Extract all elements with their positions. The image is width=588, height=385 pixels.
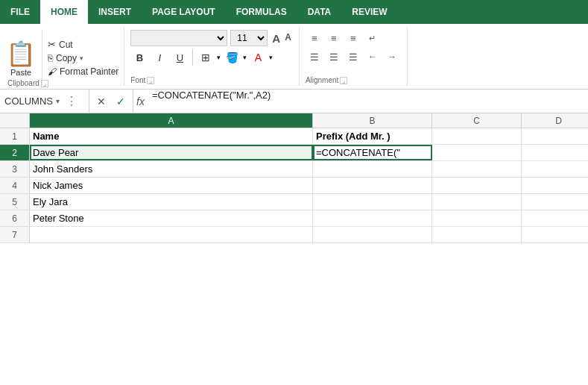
cell-C5[interactable] <box>432 194 522 210</box>
bold-button[interactable]: B <box>130 49 148 66</box>
row-num-4: 4 <box>0 178 30 193</box>
cell-B3[interactable] <box>313 161 432 177</box>
table-row: 4 Nick James <box>0 178 588 194</box>
row-num-7: 7 <box>0 227 30 242</box>
decrease-font-button[interactable]: A <box>283 32 293 45</box>
tab-insert[interactable]: INSERT <box>88 0 142 24</box>
row-num-5: 5 <box>0 194 30 210</box>
cell-D2[interactable] <box>522 145 588 160</box>
align-bottom-button[interactable]: ≡ <box>344 30 362 46</box>
cell-A2[interactable]: Dave Pear <box>30 145 313 160</box>
formula-text: =CONCATENATE("Mr.",A2) <box>152 90 271 101</box>
cell-B6[interactable] <box>313 210 432 226</box>
fill-dropdown[interactable]: ▾ <box>243 54 247 61</box>
copy-button[interactable]: ⎘ Copy ▾ <box>45 52 121 64</box>
cell-C2[interactable] <box>432 145 522 160</box>
italic-button[interactable]: I <box>151 49 168 66</box>
col-header-C[interactable]: C <box>432 113 522 128</box>
cell-B1[interactable]: Prefix (Add Mr. ) <box>313 128 432 144</box>
cancel-button[interactable]: ✕ <box>94 94 109 109</box>
col-header-D[interactable]: D <box>522 113 588 128</box>
cell-A5[interactable]: Ely Jara <box>30 194 313 210</box>
name-box-dropdown-arrow[interactable]: ▾ <box>56 97 60 105</box>
align-left-button[interactable]: ☰ <box>306 48 323 65</box>
formula-input[interactable]: =CONCATENATE("Mr.",A2) <box>148 90 588 113</box>
cell-C4[interactable] <box>432 178 522 193</box>
cell-A1[interactable]: Name <box>30 128 313 144</box>
cut-button[interactable]: ✂ Cut <box>45 38 121 51</box>
font-group: 11 A A B I U ⊞ ▾ 🪣 ▾ A ▾ Font <box>124 27 300 86</box>
cell-C1[interactable] <box>432 128 522 144</box>
cell-A4[interactable]: Nick James <box>30 178 313 193</box>
paste-button[interactable]: 📋 Paste <box>0 30 42 86</box>
align-right-button[interactable]: ☰ <box>344 48 362 65</box>
font-color-button[interactable]: A <box>249 49 267 66</box>
cell-C7[interactable] <box>432 227 522 242</box>
row-num-header <box>0 113 30 128</box>
cell-B7[interactable] <box>313 227 432 242</box>
alignment-dialog-icon[interactable]: ⌟ <box>340 77 347 84</box>
borders-button[interactable]: ⊞ <box>197 49 215 66</box>
tab-file[interactable]: FILE <box>0 0 40 24</box>
increase-indent-button[interactable]: → <box>383 48 401 65</box>
clipboard-group: 📋 Paste ✂ Cut ⎘ Copy ▾ 🖌 Format Painter <box>0 27 124 86</box>
cell-C3[interactable] <box>432 161 522 177</box>
cell-D1[interactable] <box>522 128 588 144</box>
font-bottom-row: B I U ⊞ ▾ 🪣 ▾ A ▾ <box>130 49 293 66</box>
cell-B2[interactable]: =CONCATENATE(" CONCATENATE(text1, [text2… <box>313 145 432 160</box>
font-group-label-container: Font ⌟ <box>130 76 154 84</box>
tab-data[interactable]: DATA <box>297 0 342 24</box>
cell-D5[interactable] <box>522 194 588 210</box>
format-painter-button[interactable]: 🖌 Format Painter <box>45 66 121 78</box>
column-headers: A B C D <box>0 113 588 128</box>
cell-D6[interactable] <box>522 210 588 226</box>
cell-A3[interactable]: John Sanders <box>30 161 313 177</box>
borders-dropdown[interactable]: ▾ <box>217 54 221 61</box>
copy-label: Copy <box>56 53 77 63</box>
table-row: 1 Name Prefix (Add Mr. ) <box>0 128 588 145</box>
tab-formulas[interactable]: FORMULAS <box>226 0 297 24</box>
cell-D3[interactable] <box>522 161 588 177</box>
table-row: 2 Dave Pear =CONCATENATE(" CONCATENATE(t… <box>0 145 588 161</box>
decrease-indent-button[interactable]: ← <box>364 48 382 65</box>
clipboard-dialog-icon[interactable]: ⌟ <box>41 80 48 87</box>
cell-D7[interactable] <box>522 227 588 242</box>
cell-B4[interactable] <box>313 178 432 193</box>
ribbon-tabs: FILE HOME INSERT PAGE LAYOUT FORMULAS DA… <box>0 0 588 24</box>
font-size-select[interactable]: 11 <box>230 30 268 46</box>
tab-page-layout[interactable]: PAGE LAYOUT <box>142 0 226 24</box>
font-dialog-icon[interactable]: ⌟ <box>147 77 154 84</box>
spreadsheet: A B C D 1 Name Prefix (Add Mr. ) 2 Dave … <box>0 113 588 385</box>
align-rows: ≡ ≡ ≡ ↵ ☰ ☰ ☰ ← → <box>306 30 401 65</box>
formula-actions: ✕ ✓ <box>89 90 133 113</box>
col-header-A[interactable]: A <box>30 113 313 128</box>
cell-A7[interactable] <box>30 227 313 242</box>
tab-home[interactable]: HOME <box>40 0 88 24</box>
font-name-select[interactable] <box>130 30 227 46</box>
align-middle-button[interactable]: ≡ <box>325 30 343 46</box>
underline-button[interactable]: U <box>171 49 189 66</box>
increase-font-button[interactable]: A <box>271 32 282 45</box>
format-painter-icon: 🖌 <box>48 66 57 77</box>
align-row-1: ≡ ≡ ≡ ↵ <box>306 30 401 46</box>
cell-B5[interactable] <box>313 194 432 210</box>
wrap-text-button[interactable]: ↵ <box>364 30 382 46</box>
name-box-dots[interactable]: ⋮ <box>66 94 78 108</box>
copy-dropdown-arrow[interactable]: ▾ <box>80 54 83 62</box>
row-num-6: 6 <box>0 210 30 226</box>
ribbon-body: 📋 Paste ✂ Cut ⎘ Copy ▾ 🖌 Format Painter <box>0 24 588 90</box>
name-box[interactable]: COLUMNS ▾ ⋮ <box>0 90 89 113</box>
fill-color-button[interactable]: 🪣 <box>223 49 241 66</box>
font-color-dropdown[interactable]: ▾ <box>269 54 273 61</box>
confirm-button[interactable]: ✓ <box>113 94 128 109</box>
alignment-group: ≡ ≡ ≡ ↵ ☰ ☰ ☰ ← → Alignment ⌟ <box>300 27 408 86</box>
cell-C6[interactable] <box>432 210 522 226</box>
row-num-1: 1 <box>0 128 30 144</box>
col-header-B[interactable]: B <box>313 113 432 128</box>
tab-review[interactable]: REVIEW <box>341 0 397 24</box>
align-center-button[interactable]: ☰ <box>325 48 343 65</box>
cell-D4[interactable] <box>522 178 588 193</box>
row-num-2: 2 <box>0 145 30 160</box>
align-top-button[interactable]: ≡ <box>306 30 323 46</box>
cell-A6[interactable]: Peter Stone <box>30 210 313 226</box>
